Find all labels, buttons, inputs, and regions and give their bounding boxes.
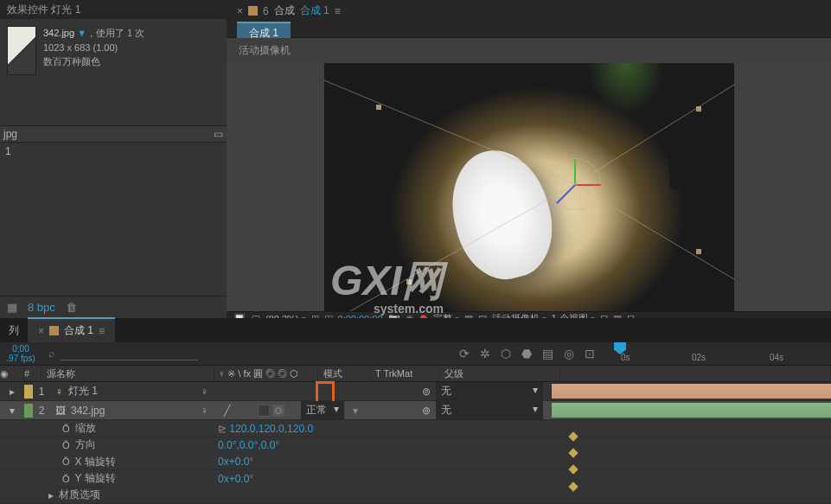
comp-breadcrumb: × 6 合成 合成 1 ≡ [227,0,831,22]
column-headers: ◉ # 源名称 ♀ ※ \ fx 圓 ◎ ◎ ⬡ 模式 T TrkMat 父级 [0,366,831,382]
twirl-icon[interactable]: ▸ [10,386,15,398]
label-color[interactable] [24,385,33,399]
project-list-header: jpg ▭ [0,125,227,143]
layer-row-1[interactable]: ▸ 1 ♀灯光 1 ♀ ⊚ 无▾ [0,382,831,401]
stopwatch-icon[interactable]: Ŏ [62,424,70,434]
active-camera-label: 活动摄像机 [227,38,831,63]
timeline-panel: 列 × 合成 1 ≡ 0;00 .97 fps) ⌕ ⟳ ✲ ⬡ ⬣ ▤ ◎ ⊡… [0,318,831,504]
property-value[interactable]: 120.0,120.0,120.0 [229,423,313,435]
property-value[interactable]: 0x+0.0° [214,456,560,468]
pickwhip-icon[interactable]: ⊚ [422,386,431,398]
comp-icon [49,326,59,335]
graph-icon[interactable]: ▤ [542,347,553,360]
svg-rect-4 [376,105,381,110]
stopwatch-icon[interactable]: Ŏ [62,474,70,484]
comp-icon [248,6,258,16]
eye-icon[interactable]: ◉ [0,368,9,380]
trash-icon[interactable]: 🗑 [66,301,77,314]
parent-dropdown[interactable]: 无▾ [436,382,543,400]
tl-tab-comp[interactable]: × 合成 1 ≡ [28,317,115,342]
light-icon: ♀ [55,386,63,398]
viewport[interactable]: GXI网 system.com [227,63,831,311]
property-orientation[interactable]: Ŏ方向 0.0°,0.0°,0.0° [0,437,831,454]
3d-gizmo[interactable] [549,158,601,210]
layer-bar[interactable] [552,403,831,418]
switch-box[interactable] [258,405,270,417]
layer-row-2[interactable]: ▾ 2 🖼342.jpg ♀ ╱ ⬡ 正常▾ ▾ ⊚ 无▾ [0,401,831,420]
label-color[interactable] [24,404,33,418]
search-input[interactable] [60,348,198,360]
stopwatch-icon[interactable]: Ŏ [62,456,70,467]
expand-icon[interactable]: ⊡ [585,347,595,360]
pickwhip-icon[interactable]: ⊚ [422,405,431,417]
svg-line-0 [324,80,575,184]
timecode-display[interactable]: 0;00 .97 fps) [0,342,42,365]
project-panel: 效果控件 灯光 1 342.jpg ▼，使用了 1 次 1023 x 683 (… [0,0,227,318]
time-ruler[interactable]: 0s 02s 04s [605,342,831,365]
image-icon: 🖼 [55,405,66,417]
shy-icon[interactable]: ⟳ [459,347,470,360]
property-y-rotation[interactable]: ŎY 轴旋转 0x+0.0° [0,470,831,487]
project-item[interactable]: 342.jpg ▼，使用了 1 次 1023 x 683 (1.00) 数百万种… [0,19,227,82]
twirl-icon[interactable]: ▸ [48,489,54,501]
3d-switch[interactable]: ⬡ [272,405,284,417]
material-options[interactable]: ▸材质选项 [0,488,831,504]
property-x-rotation[interactable]: ŎX 轴旋转 0x+0.0° [0,454,831,470]
project-thumbnail [7,26,36,75]
bpc-toggle[interactable]: 8 bpc [28,301,55,314]
property-value[interactable]: 0x+0.0° [214,473,560,485]
svg-rect-6 [696,249,701,254]
draft3d-icon[interactable]: ⬡ [501,347,511,360]
project-footer: ▦ 8 bpc 🗑 [0,296,227,318]
composition-panel: × 6 合成 合成 1 ≡ 合成 1 活动摄像机 [227,0,831,318]
property-scale[interactable]: Ŏ缩放 ⊵ 120.0,120.0,120.0 [0,420,831,437]
motion-blur-icon[interactable]: ✲ [480,347,490,360]
render-icon[interactable]: ◎ [564,347,574,360]
parent-dropdown[interactable]: 无▾ [436,401,543,419]
project-list-row[interactable]: 1 [0,143,227,160]
twirl-icon[interactable]: ▾ [10,405,15,417]
watermark: GXI网 system.com [330,253,444,316]
label-icon[interactable]: ▭ [214,128,223,140]
tl-tab-other[interactable]: 列 [0,319,28,342]
blend-mode-dropdown[interactable]: 正常▾ [301,401,344,419]
frame-blend-icon[interactable]: ⬣ [521,347,532,360]
stopwatch-icon[interactable]: Ŏ [62,440,70,450]
effects-tab[interactable]: 效果控件 灯光 1 [0,0,227,19]
layer-bar[interactable] [552,384,831,399]
property-value[interactable]: 0.0°,0.0°,0.0° [214,439,560,451]
project-info: 342.jpg ▼，使用了 1 次 1023 x 683 (1.00) 数百万种… [43,26,144,75]
search-icon: ⌕ [48,348,54,360]
interpret-icon[interactable]: ▦ [7,301,17,314]
